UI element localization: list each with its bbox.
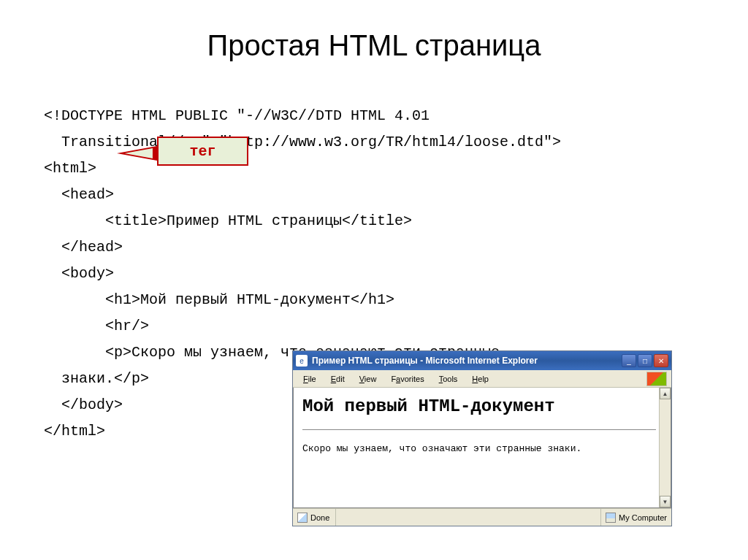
minimize-button[interactable]: _ bbox=[622, 354, 636, 367]
code-line: знаки.</p> bbox=[44, 370, 149, 387]
code-line: </body> bbox=[44, 396, 123, 413]
rendered-hr bbox=[302, 429, 656, 430]
code-line: </html> bbox=[44, 423, 105, 440]
titlebar[interactable]: e Пример HTML страницы - Microsoft Inter… bbox=[293, 351, 671, 370]
windows-flag-icon bbox=[646, 372, 667, 386]
code-line: <html> bbox=[44, 160, 96, 177]
code-line: <head> bbox=[44, 186, 114, 203]
browser-app-icon: e bbox=[296, 355, 308, 367]
computer-icon bbox=[606, 513, 616, 523]
code-line: <body> bbox=[44, 265, 114, 282]
menu-edit[interactable]: Edit bbox=[325, 373, 351, 385]
page-title: Простая HTML страница bbox=[44, 29, 704, 62]
code-line: <hr/> bbox=[44, 318, 149, 334]
document-icon bbox=[297, 513, 308, 523]
vertical-scrollbar[interactable]: ▲ ▼ bbox=[659, 388, 671, 507]
annotation-arrow-icon bbox=[117, 146, 157, 161]
code-line: </head> bbox=[44, 239, 123, 256]
code-line: <title>Пример HTML страницы</title> bbox=[44, 212, 412, 229]
statusbar: Done My Computer bbox=[293, 508, 671, 526]
menu-tools[interactable]: Tools bbox=[433, 373, 464, 385]
menu-favorites[interactable]: Favorites bbox=[385, 373, 430, 385]
maximize-button[interactable]: □ bbox=[638, 354, 652, 367]
status-location: My Computer bbox=[619, 513, 667, 522]
close-button[interactable]: ✕ bbox=[654, 354, 668, 367]
menubar: File Edit View Favorites Tools Help bbox=[293, 370, 671, 388]
scroll-up-button[interactable]: ▲ bbox=[660, 388, 671, 399]
rendered-paragraph: Скоро мы узнаем, что означают эти странн… bbox=[302, 443, 656, 454]
status-done: Done bbox=[310, 513, 329, 522]
window-title: Пример HTML страницы - Microsoft Interne… bbox=[312, 356, 622, 366]
browser-viewport: Мой первый HTML-документ Скоро мы узнаем… bbox=[293, 388, 671, 508]
menu-help[interactable]: Help bbox=[466, 373, 495, 385]
rendered-heading: Мой первый HTML-документ bbox=[302, 396, 656, 416]
code-line: <h1>Мой первый HTML-документ</h1> bbox=[44, 291, 394, 308]
browser-window: e Пример HTML страницы - Microsoft Inter… bbox=[292, 350, 672, 526]
code-line: <!DOCTYPE HTML PUBLIC "-//W3C//DTD HTML … bbox=[44, 107, 430, 124]
scroll-down-button[interactable]: ▼ bbox=[660, 496, 671, 507]
scroll-track[interactable] bbox=[660, 399, 671, 496]
menu-view[interactable]: View bbox=[354, 373, 383, 385]
annotation-label: тег bbox=[157, 137, 248, 166]
menu-file[interactable]: File bbox=[297, 373, 322, 385]
